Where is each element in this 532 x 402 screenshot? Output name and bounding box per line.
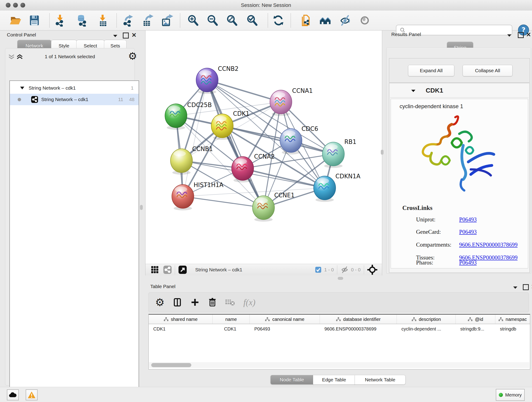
- table-panel-close-icon[interactable]: ✕: [531, 283, 532, 290]
- export-image-icon[interactable]: [160, 13, 174, 27]
- crosslink-link[interactable]: P06493: [459, 229, 476, 235]
- control-panel-title: Control Panel: [7, 32, 36, 38]
- cell-description[interactable]: cyclin-dependent ...: [397, 324, 456, 334]
- selected-nodes-checkbox-icon[interactable]: [315, 267, 322, 273]
- horizontal-scrollbar[interactable]: [149, 362, 529, 368]
- tab-network-table[interactable]: Network Table: [355, 375, 405, 385]
- horizontal-splitter[interactable]: [145, 275, 532, 282]
- tab-node-table[interactable]: Node Table: [270, 375, 313, 385]
- control-panel-menu-icon[interactable]: [113, 34, 118, 38]
- new-network-from-file-icon[interactable]: [299, 13, 313, 27]
- zoom-fit-content-icon[interactable]: [225, 13, 239, 27]
- cell-name[interactable]: CDK1: [213, 324, 250, 334]
- network-node-CDKN1A[interactable]: [314, 176, 336, 202]
- window-title: Session: New Session: [0, 2, 532, 8]
- column-header[interactable]: canonical name: [250, 315, 320, 324]
- tab-edge-table[interactable]: Edge Table: [313, 375, 355, 385]
- network-node-CCNB2[interactable]: [196, 68, 218, 94]
- network-canvas[interactable]: CCNB2CCNA1CDC25BCDK1CDC6RB1CCNB1CCNA2CDK…: [146, 31, 382, 264]
- column-header[interactable]: @id: [456, 315, 495, 324]
- column-header[interactable]: shared name: [149, 315, 213, 324]
- show-graphics-details-icon[interactable]: [358, 13, 372, 27]
- network-node-HIST1H1A[interactable]: [172, 185, 194, 211]
- network-tree-root-row[interactable]: String Network – cdk1 1: [10, 82, 139, 94]
- scrollbar-thumb[interactable]: [151, 363, 191, 367]
- cell-id[interactable]: stringdb:9...: [456, 324, 495, 334]
- grid-view-icon[interactable]: [151, 266, 159, 274]
- splitter-grip-icon[interactable]: [338, 277, 343, 280]
- network-edge-CCNB2-CCNE1[interactable]: [207, 80, 264, 208]
- table-options-gear-icon[interactable]: ⚙: [155, 297, 165, 307]
- open-in-window-icon[interactable]: [178, 265, 187, 274]
- network-share-icon[interactable]: [163, 266, 172, 274]
- table-panel-menu-icon[interactable]: [513, 286, 518, 289]
- tree-expand-icon[interactable]: [20, 86, 25, 89]
- network-tree-child-row[interactable]: String Network – cdk1 11 48: [10, 94, 139, 105]
- network-node-CDC25B[interactable]: [165, 104, 187, 130]
- network-node-RB1[interactable]: [322, 142, 344, 168]
- zoom-in-icon[interactable]: [186, 13, 200, 27]
- cell-namespace[interactable]: stringdb: [495, 324, 530, 334]
- tree-child-node-count: 11: [118, 97, 123, 102]
- import-table-file-icon[interactable]: [96, 13, 110, 27]
- cell-database-identifier[interactable]: 9606.ENSP00000378699: [320, 324, 397, 334]
- column-header[interactable]: name: [213, 315, 250, 324]
- import-network-file-icon[interactable]: [54, 13, 67, 27]
- results-panel-float-icon[interactable]: [518, 32, 524, 38]
- table-row[interactable]: CDK1 CDK1 P06493 9606.ENSP00000378699 cy…: [149, 324, 530, 334]
- column-header[interactable]: database identifier: [320, 315, 397, 324]
- refresh-layout-icon[interactable]: [272, 13, 285, 27]
- control-panel-close-icon[interactable]: ✕: [132, 32, 137, 39]
- cell-shared-name[interactable]: CDK1: [149, 324, 213, 334]
- collapse-all-button[interactable]: Collapse All: [462, 65, 513, 76]
- network-options-gear-icon[interactable]: ⚙: [128, 50, 137, 62]
- show-columns-icon[interactable]: [172, 297, 182, 307]
- section-collapse-icon[interactable]: [411, 89, 416, 93]
- delete-column-icon[interactable]: [208, 298, 217, 307]
- table-toolbar: ⚙ f(x): [148, 293, 529, 312]
- warnings-button[interactable]: [26, 389, 38, 400]
- cell-canonical-name[interactable]: P06493: [250, 324, 320, 334]
- memory-status-icon: [499, 393, 503, 397]
- cloud-icon: [9, 392, 17, 398]
- network-edge-CCNB2-CCNA1[interactable]: [207, 80, 281, 102]
- network-edge-CCNB2-HIST1H1A[interactable]: [183, 80, 207, 196]
- save-session-icon[interactable]: [27, 13, 41, 27]
- memory-button[interactable]: Memory: [496, 389, 525, 401]
- tree-child-label: String Network – cdk1: [41, 97, 88, 102]
- control-panel-float-icon[interactable]: [123, 32, 129, 38]
- cdk1-section-header[interactable]: CDK1: [390, 84, 529, 98]
- network-view-toolbar: String Network – cdk1 1 - 0 0 - 0: [146, 264, 382, 275]
- network-node-CCNB1[interactable]: [171, 149, 192, 175]
- open-session-icon[interactable]: [8, 13, 22, 27]
- tree-child-edge-count: 48: [129, 97, 134, 102]
- left-splitter-handle[interactable]: [140, 205, 143, 210]
- table-panel-float-icon[interactable]: [523, 284, 529, 290]
- network-node-CCNE1[interactable]: [253, 196, 274, 222]
- network-node-label-CCNB2: CCNB2: [218, 65, 239, 72]
- hide-selected-icon[interactable]: [338, 13, 352, 27]
- results-panel-menu-icon[interactable]: [507, 34, 512, 37]
- results-panel-close-icon[interactable]: ✕: [526, 31, 531, 38]
- network-edge-HIST1H1A-CCNE1[interactable]: [183, 196, 264, 208]
- column-header[interactable]: namespac: [495, 315, 530, 324]
- export-table-icon[interactable]: [141, 13, 155, 27]
- first-neighbors-icon[interactable]: [318, 13, 332, 27]
- birds-eye-navigator-icon[interactable]: [367, 265, 377, 275]
- import-network-database-icon[interactable]: [75, 13, 89, 27]
- crosslink-link[interactable]: 9606.ENSP00000378699: [459, 242, 518, 248]
- crosslink-link[interactable]: P06493: [459, 259, 476, 266]
- zoom-selected-icon[interactable]: [245, 13, 259, 27]
- crosslink-link[interactable]: P06493: [459, 216, 476, 223]
- hidden-counts: 0 - 0: [351, 267, 361, 273]
- export-network-icon[interactable]: [122, 13, 136, 27]
- right-splitter-handle[interactable]: [381, 150, 384, 155]
- add-column-icon[interactable]: [190, 298, 200, 307]
- network-node-CCNA1[interactable]: [270, 90, 292, 116]
- zoom-out-icon[interactable]: [206, 13, 219, 27]
- main-toolbar: ?: [0, 11, 532, 31]
- cloud-status-button[interactable]: [7, 389, 19, 400]
- column-header[interactable]: description: [397, 315, 456, 324]
- expand-all-button[interactable]: Expand All: [408, 65, 454, 76]
- crosslink-row: Uniprot:P06493: [416, 216, 476, 223]
